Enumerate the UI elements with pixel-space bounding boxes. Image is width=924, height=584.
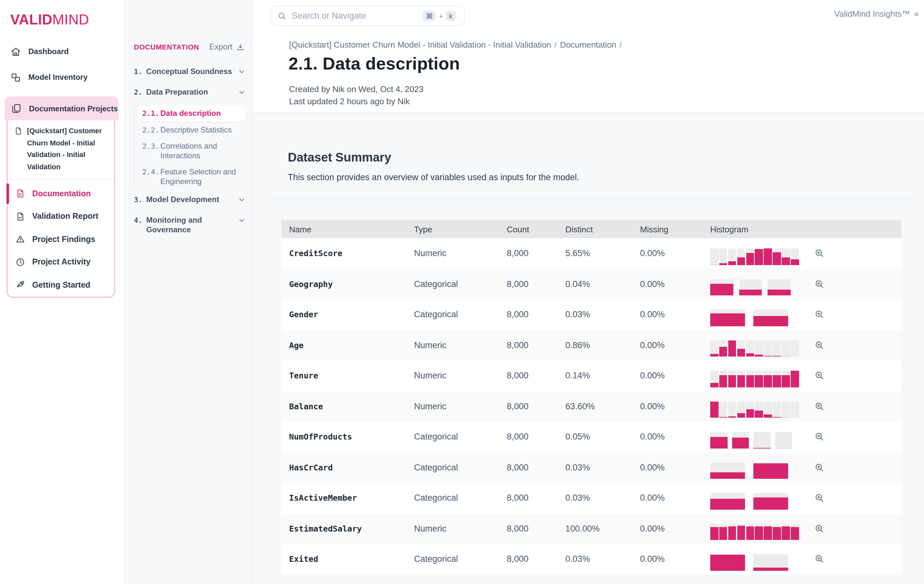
breadcrumb-documentation[interactable]: Documentation — [560, 40, 616, 49]
cell-type: Categorical — [414, 279, 507, 289]
histogram-bar — [746, 353, 754, 357]
cell-type: Numeric — [414, 249, 507, 258]
histogram-slot — [710, 248, 718, 265]
histogram-slot — [764, 248, 772, 265]
histogram-slot — [791, 401, 799, 418]
row-zoom-button[interactable] — [815, 371, 901, 381]
row-zoom-button[interactable] — [815, 432, 901, 442]
tree-item-label: Feature Selection and Engineering — [160, 167, 243, 186]
zoom-in-icon — [815, 249, 824, 258]
histogram-slot — [753, 432, 771, 448]
histogram-bar — [764, 375, 772, 387]
chevron-down-icon — [238, 89, 245, 95]
section-heading: Dataset Summary — [288, 151, 924, 165]
tree-section-1[interactable]: 1.Conceptual Soundness — [134, 65, 246, 79]
histogram-slot — [728, 340, 736, 357]
tree-section-3[interactable]: 3.Model Development — [134, 193, 246, 207]
sidebar-item-documentation-projects[interactable]: Documentation Projects — [5, 97, 119, 120]
export-button[interactable]: Export — [209, 43, 246, 51]
histogram-bar — [755, 375, 763, 387]
histogram-bar — [710, 354, 718, 357]
row-zoom-button[interactable] — [815, 463, 901, 472]
histogram-bar — [746, 526, 754, 540]
project-menu-project-findings[interactable]: Project Findings — [8, 228, 114, 251]
histogram-bar — [746, 253, 754, 265]
histogram-bar — [710, 473, 745, 479]
histogram-bar — [728, 340, 736, 357]
histogram-bar — [710, 499, 745, 509]
table-row: EstimatedSalaryNumeric8,000100.00%0.00% — [281, 513, 901, 544]
histogram-slot — [753, 493, 788, 509]
cell-distinct: 0.05% — [565, 432, 640, 442]
zoom-in-icon — [815, 493, 824, 503]
histogram — [710, 401, 815, 418]
tree-item-2-3-[interactable]: 2.3.Correlations and Interactions — [139, 138, 246, 163]
cell-count: 8,000 — [507, 249, 565, 258]
kbd-plus: + — [439, 12, 443, 20]
tree-item-2-2-[interactable]: 2.2.Descriptive Statistics — [139, 122, 246, 138]
sidebar-item-model-inventory[interactable]: Model Inventory — [0, 64, 124, 90]
page-header: ⌘ + k ValidMind Insights™ « [Quickstart]… — [253, 0, 924, 113]
cell-type: Numeric — [414, 341, 507, 350]
created-meta: Created by Nik on Wed, Oct 4, 2023 — [289, 84, 423, 94]
sidebar-item-dashboard[interactable]: Dashboard — [0, 39, 124, 64]
table-row: GeographyCategorical8,0000.04%0.00% — [281, 269, 901, 299]
row-zoom-button[interactable] — [815, 493, 901, 503]
search-input[interactable] — [287, 11, 423, 21]
section-divider — [272, 198, 916, 199]
row-zoom-button[interactable] — [815, 341, 901, 350]
project-menu-label: Project Activity — [32, 258, 91, 267]
project-item[interactable]: [Quickstart] Customer Churn Model - Init… — [8, 120, 114, 176]
cell-type: Categorical — [414, 310, 507, 319]
tree-section-label: Monitoring and Governance — [146, 215, 236, 235]
project-menu-validation-report[interactable]: Validation Report — [8, 205, 114, 228]
histogram — [710, 554, 815, 571]
project-menu-label: Project Findings — [32, 235, 95, 244]
validmind-logo[interactable]: VALIDMIND — [0, 0, 124, 28]
tree-section-number: 1. — [134, 67, 146, 76]
row-zoom-button[interactable] — [815, 524, 901, 533]
histogram-slot — [782, 371, 790, 387]
histogram-bar — [764, 248, 772, 265]
sidebar-item-label: Model Inventory — [28, 73, 87, 82]
zoom-in-icon — [815, 279, 824, 289]
project-menu-project-activity[interactable]: Project Activity — [8, 251, 114, 273]
histogram-bar — [773, 417, 781, 418]
table-row: BalanceNumeric8,00063.60%0.00% — [281, 391, 901, 421]
cell-count: 8,000 — [507, 554, 565, 564]
project-menu-getting-started[interactable]: Getting Started — [8, 273, 114, 296]
histogram-slot — [755, 401, 763, 418]
histogram-bar — [755, 526, 763, 540]
breadcrumb-project[interactable]: [Quickstart] Customer Churn Model - Init… — [289, 40, 551, 49]
histogram-bar — [746, 410, 754, 418]
tree-item-2-4-[interactable]: 2.4.Feature Selection and Engineering — [139, 164, 246, 189]
cell-missing: 0.00% — [640, 279, 710, 289]
tree-section-4[interactable]: 4.Monitoring and Governance — [134, 213, 246, 237]
histogram-bar — [710, 264, 718, 265]
histogram-slot — [755, 371, 763, 387]
clock-icon — [15, 257, 25, 267]
row-zoom-button[interactable] — [815, 554, 901, 564]
insights-toggle[interactable]: ValidMind Insights™ « — [834, 8, 919, 19]
histogram-bar — [764, 355, 772, 357]
tree-item-2-1-[interactable]: 2.1.Data description — [139, 105, 246, 121]
app-root: VALIDMIND DashboardModel InventoryDocume… — [0, 0, 924, 584]
cell-distinct: 0.03% — [565, 493, 640, 503]
row-zoom-button[interactable] — [815, 401, 901, 411]
histogram — [710, 523, 815, 540]
histogram-slot — [710, 279, 733, 295]
row-zoom-button[interactable] — [815, 310, 901, 319]
cell-count: 8,000 — [507, 310, 565, 319]
cell-count: 8,000 — [507, 524, 565, 533]
search-bar[interactable]: ⌘ + k — [270, 6, 465, 26]
tree-section-2[interactable]: 2.Data Preparation — [134, 85, 246, 99]
histogram-slot — [764, 523, 772, 540]
tree-item-number: 2.2. — [142, 125, 160, 134]
kbd-cmd: ⌘ — [423, 11, 436, 21]
row-zoom-button[interactable] — [815, 249, 901, 258]
cell-name: Exited — [289, 554, 414, 564]
row-zoom-button[interactable] — [815, 279, 901, 289]
histogram-slot — [782, 401, 790, 418]
active-indicator — [7, 183, 9, 204]
project-menu-documentation[interactable]: Documentation — [8, 182, 114, 205]
